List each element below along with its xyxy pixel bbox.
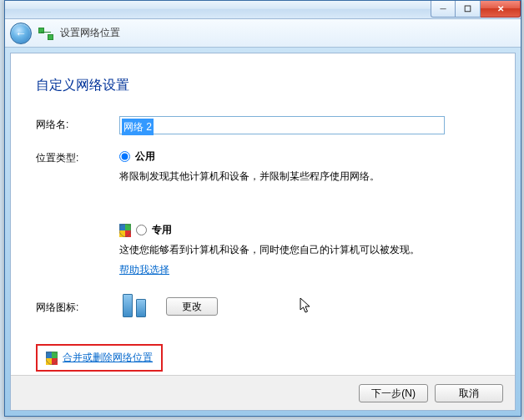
public-desc: 将限制发现其他计算机和设备，并限制某些程序使用网络。	[119, 169, 436, 185]
private-option: 专用 这使您能够看到计算机和设备，同时使您自己的计算机可以被发现。 帮助我选择	[119, 223, 490, 277]
public-option: 公用 将限制发现其他计算机和设备，并限制某些程序使用网络。	[119, 149, 490, 185]
shield-icon	[119, 224, 131, 237]
content-panel: 自定义网络设置 网络名: 网络 2 位置类型: 公用	[10, 53, 516, 411]
shield-icon	[46, 352, 58, 365]
dialog-window: ─ ☐ ✕ ← 设置网络位置 自定义网络设置 网络名: 网络 2	[4, 0, 521, 417]
public-radio[interactable]	[119, 151, 130, 162]
arrow-left-icon: ←	[15, 27, 27, 40]
location-type-row: 位置类型: 公用 将限制发现其他计算机和设备，并限制某些程序使用网络。	[36, 149, 490, 277]
network-icon	[38, 28, 53, 39]
titlebar: ─ ☐ ✕	[5, 1, 521, 19]
network-name-value: 网络 2	[122, 119, 154, 135]
page-title: 自定义网络设置	[36, 77, 490, 94]
window-controls: ─ ☐ ✕	[431, 1, 521, 18]
private-radio[interactable]	[136, 225, 147, 235]
next-button[interactable]: 下一步(N)	[359, 384, 428, 402]
dialog-footer: 下一步(N) 取消	[11, 375, 515, 410]
merge-delete-highlight: 合并或删除网络位置	[36, 344, 163, 372]
network-icon-row: 网络图标: 更改	[36, 292, 490, 321]
network-icon-label: 网络图标:	[36, 299, 119, 315]
close-button[interactable]: ✕	[481, 1, 521, 18]
network-name-row: 网络名: 网络 2	[36, 116, 490, 134]
navbar: ← 设置网络位置	[5, 19, 521, 48]
back-button[interactable]: ←	[10, 23, 32, 44]
public-label: 公用	[135, 149, 155, 164]
network-name-input[interactable]: 网络 2	[119, 116, 445, 134]
network-thumbnail-icon	[119, 292, 151, 321]
network-name-label: 网络名:	[36, 116, 119, 132]
merge-delete-link[interactable]: 合并或删除网络位置	[63, 351, 153, 365]
minimize-button[interactable]: ─	[431, 1, 456, 18]
content-shell: 自定义网络设置 网络名: 网络 2 位置类型: 公用	[5, 48, 521, 416]
private-desc: 这使您能够看到计算机和设备，同时使您自己的计算机可以被发现。	[119, 242, 436, 258]
location-type-label: 位置类型:	[36, 149, 119, 165]
help-link[interactable]: 帮助我选择	[119, 263, 169, 277]
maximize-button[interactable]: ☐	[456, 1, 481, 18]
private-label: 专用	[152, 223, 172, 237]
change-button[interactable]: 更改	[166, 297, 218, 316]
nav-title: 设置网络位置	[60, 26, 120, 40]
cancel-button[interactable]: 取消	[435, 384, 503, 402]
